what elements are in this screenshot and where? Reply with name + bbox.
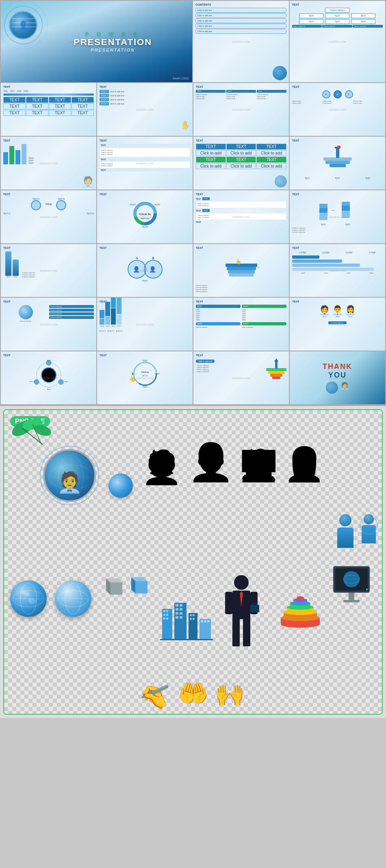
- bubble-btn-1[interactable]: Click to add text: [49, 305, 94, 308]
- power-text: P O W E R: [74, 31, 152, 37]
- png-content: 🧑‍💼 🧑‍💼 👨‍💼 🧑‍💻 👩‍💼: [10, 433, 376, 708]
- org-slide: TEXT A B C Click to addClick to add Clic…: [290, 83, 385, 136]
- person-3: 👩‍💼: [345, 305, 356, 316]
- cp-btn[interactable]: Click to add text: [196, 360, 215, 363]
- vb-6: [111, 308, 116, 325]
- svg-rect-87: [166, 614, 168, 616]
- svg-rect-136: [349, 593, 354, 600]
- slide-title-cn: TEXT: [3, 193, 94, 196]
- svg-rect-137: [343, 600, 360, 602]
- cn-textc: TEXT C: [3, 212, 11, 215]
- svg-text:TEXT: TEXT: [130, 203, 136, 206]
- slide-title-abc: TEXT: [100, 246, 190, 249]
- vb-4: [105, 316, 110, 325]
- bar-globe-slide: TEXT TEXT TEXT TEXT 🧑‍💼 asadal.com: [1, 137, 96, 190]
- bubble-btn-4[interactable]: Click to add text: [49, 316, 94, 319]
- ab-btn-1[interactable]: TEXT: [202, 197, 210, 200]
- ab-btn-2[interactable]: TEXT: [202, 209, 210, 212]
- ab-content-1: Click to add textClick to add text: [196, 201, 286, 208]
- vb-label-2: (text): [106, 325, 109, 327]
- ab-text-label: TEXT: [196, 198, 201, 200]
- svg-rect-92: [180, 604, 182, 606]
- cl-header-3: TEXT: [196, 322, 241, 325]
- tl-header-4: TEXT: [72, 97, 94, 103]
- small-pyramid-svg: [266, 358, 286, 383]
- btn-3[interactable]: Click to add text: [353, 25, 383, 28]
- bar-label-3: TEXT: [28, 162, 34, 164]
- svg-rect-100: [190, 614, 192, 616]
- cubes-slide: TEXT →: [290, 190, 385, 243]
- hs-label-1: 1 STEP: [299, 251, 306, 254]
- svg-text:A: A: [136, 257, 138, 260]
- cl-list-4: Click to add text: [242, 326, 286, 328]
- globe-icons-group: [10, 580, 91, 617]
- slide-title-ct: TEXT: [196, 139, 286, 142]
- svg-rect-4: [336, 148, 339, 158]
- svg-rect-107: [207, 620, 210, 622]
- content-item-2: Click to add text: [195, 13, 286, 18]
- slide-title-org: TEXT: [292, 85, 383, 88]
- layers-slide: TEXT → 👆 Click to add textClick to add t…: [193, 244, 289, 297]
- globe-deco-ct: [275, 175, 287, 188]
- slide-title-3col: TEXT: [196, 85, 286, 88]
- col-legend: ● Click to add text● Click to add text● …: [22, 272, 35, 278]
- cn-textd: TEXT D: [87, 212, 94, 215]
- bubble-btn-3[interactable]: Click to add text: [49, 312, 94, 315]
- svg-rect-20: [342, 206, 350, 211]
- svg-point-109: [234, 575, 249, 590]
- pyramid-label-3: TEXT: [365, 177, 370, 179]
- ct-c5: TEXT: [226, 157, 256, 163]
- org-text-a: Click to addClick to add: [292, 100, 322, 104]
- slide-title-ps: TEXT: [292, 300, 383, 303]
- svg-rect-3: [323, 157, 352, 161]
- pyramid-label-2: TEXT: [335, 177, 340, 179]
- tl-header-2: TEXT: [26, 97, 48, 103]
- svg-rect-55: [272, 377, 280, 379]
- timeline-slide: TEXT 2006 2007 2008 2009 TEXT TEXT TEXT …: [1, 83, 96, 136]
- tiered-pyramid: [278, 589, 323, 630]
- slide-title-cc: TEXT: [3, 246, 94, 249]
- btn-2[interactable]: Click to add text: [322, 25, 352, 28]
- svg-rect-88: [163, 617, 165, 619]
- persons-cta: Click to add text: [292, 320, 383, 324]
- ct-c7: Click to add: [196, 163, 226, 169]
- fc-box-left: TEXT: [299, 13, 323, 18]
- svg-text:Click to: Click to: [141, 371, 148, 373]
- check-pyramid-slide: TEXT Click to add text ○ Click to add te…: [193, 351, 289, 404]
- content-item-1: Click to add text: [195, 8, 286, 13]
- bubble-slide: TEXT 40 Click to add text Click to add t…: [1, 298, 96, 351]
- wm-3col: asadal.com: [232, 108, 250, 111]
- wm-steps: asadal.com: [136, 108, 154, 111]
- thankyou-slide: THANK YOU 🧑‍💼 asadal.com: [290, 351, 385, 404]
- hbar-slide: TEXT TEXT Click to add textClick to add …: [97, 137, 193, 190]
- org-b: B: [334, 90, 342, 98]
- svg-rect-6: [337, 146, 340, 148]
- pyramid-label-1: TEXT: [305, 177, 310, 179]
- bar-2: [9, 146, 14, 164]
- layers-text: Click to add textClick to add textClick …: [196, 284, 286, 292]
- bar-chart-mini-1: [3, 144, 26, 164]
- person-1-text: TEXT: [322, 316, 326, 318]
- slide-title-hb: TEXT: [100, 139, 190, 142]
- svg-rect-89: [166, 617, 168, 619]
- col2-text: Click to add textClick to addClick to ad…: [226, 94, 256, 100]
- checklist-slide: TEXT TEXT TEXTTEXTTEXTTEXTTEXTTEXT TEXT …: [193, 298, 289, 351]
- wm-bu: asadal.com: [40, 323, 58, 326]
- ct-h3: TEXT: [256, 144, 286, 150]
- btn-1[interactable]: Click to add text: [292, 25, 322, 28]
- svg-text:👤: 👤: [149, 266, 156, 273]
- vb-1: [100, 310, 104, 318]
- svg-point-38: [41, 368, 56, 382]
- org-a: A: [322, 90, 330, 98]
- watermark-fc: asadal.com: [328, 40, 346, 44]
- person-3-text: TEXT: [348, 316, 352, 318]
- svg-rect-97: [176, 616, 178, 619]
- cl-list-1: TEXTTEXTTEXTTEXTTEXTTEXT: [196, 309, 241, 321]
- bubble-btn-2[interactable]: Click to add text: [49, 309, 94, 312]
- cubes-svg: → TEXT TEXT: [317, 198, 358, 226]
- leaves-decoration: [10, 416, 59, 458]
- ab-circle-slide: TEXT 👤 👤 A B TEXT asadal.com: [97, 244, 193, 297]
- cl-list-3: Click to add text: [196, 326, 241, 328]
- hbar-content-2: Click to add textClick to add text: [100, 161, 190, 168]
- svg-rect-91: [176, 604, 178, 606]
